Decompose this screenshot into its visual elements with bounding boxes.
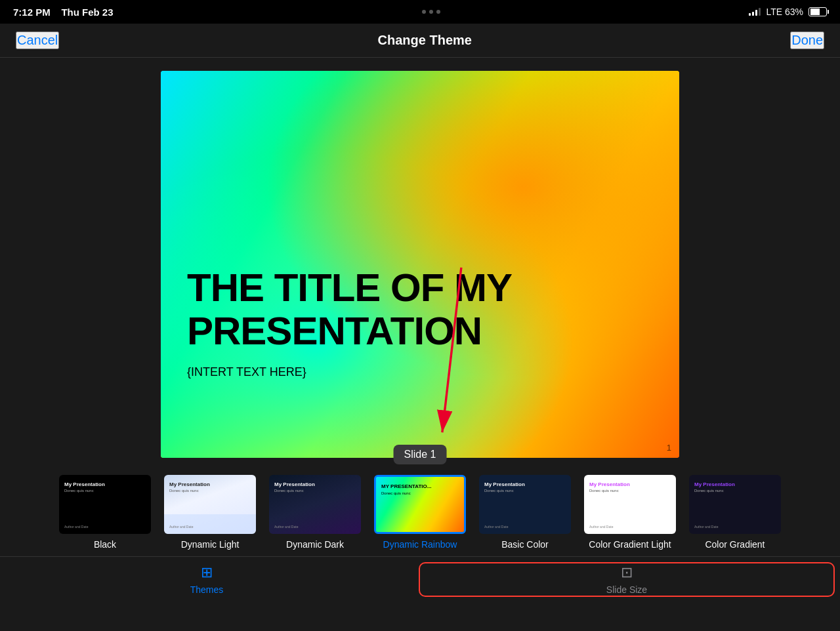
thumb-black-title: My Presentation	[64, 481, 105, 487]
slide-container: THE TITLE OF MY PRESENTATION {INTERT TEX…	[161, 71, 679, 458]
theme-thumb-dynamic-light: My Presentation Donec quis nunc Author a…	[164, 475, 256, 534]
thumb-dlight-sub: Donec quis nunc	[169, 489, 199, 493]
thumb-ddark-author: Author and Date	[274, 525, 298, 529]
signal-bar-2	[752, 12, 754, 16]
cancel-button[interactable]: Cancel	[16, 31, 59, 49]
thumb-cglight-sub: Donec quis nunc	[589, 489, 619, 493]
thumb-cglight-title: My Presentation	[589, 481, 630, 487]
nav-bar: Cancel Change Theme Done	[0, 24, 840, 58]
slide-preview[interactable]: THE TITLE OF MY PRESENTATION {INTERT TEX…	[161, 71, 679, 458]
theme-thumb-dynamic-rainbow: MY PRESENTATIO... Donec quis nunc	[374, 475, 466, 534]
slide-page-number: 1	[667, 443, 671, 453]
dot-1	[422, 10, 426, 14]
theme-item-color-gradient[interactable]: My Presentation Donec quis nunc Author a…	[682, 475, 788, 550]
thumb-bcolor-title: My Presentation	[484, 481, 525, 487]
done-button[interactable]: Done	[790, 31, 824, 49]
battery-icon	[808, 7, 827, 16]
status-time-date: 7:12 PM Thu Feb 23	[13, 7, 114, 18]
theme-name-black: Black	[94, 539, 116, 550]
thumb-cglight-author: Author and Date	[589, 525, 613, 529]
theme-name-color-gradient-light: Color Gradient Light	[589, 539, 671, 550]
slide-size-icon: ⊡	[621, 564, 633, 581]
tab-slide-size[interactable]: ⊡ Slide Size	[419, 562, 835, 597]
theme-thumb-dynamic-dark: My Presentation Donec quis nunc Author a…	[269, 475, 361, 534]
theme-name-dynamic-light: Dynamic Light	[181, 539, 240, 550]
theme-item-basic-color[interactable]: My Presentation Donec quis nunc Author a…	[472, 475, 578, 550]
signal-bar-3	[755, 10, 757, 16]
thumb-cg-author: Author and Date	[694, 525, 718, 529]
status-right: LTE 63%	[749, 7, 827, 17]
thumb-bcolor-sub: Donec quis nunc	[484, 489, 514, 493]
theme-thumb-color-gradient: My Presentation Donec quis nunc Author a…	[689, 475, 781, 534]
thumb-dlight-author: Author and Date	[169, 525, 193, 529]
theme-thumb-basic-color: My Presentation Donec quis nunc Author a…	[479, 475, 571, 534]
main-preview-area: THE TITLE OF MY PRESENTATION {INTERT TEX…	[0, 58, 840, 464]
thumb-dlight-title: My Presentation	[169, 481, 210, 487]
thumb-cg-title: My Presentation	[694, 481, 735, 487]
theme-item-dynamic-dark[interactable]: My Presentation Donec quis nunc Author a…	[262, 475, 368, 550]
dot-2	[429, 10, 433, 14]
theme-name-basic-color: Basic Color	[501, 539, 549, 550]
themes-tab-label: Themes	[190, 584, 224, 595]
thumb-ddark-title: My Presentation	[274, 481, 315, 487]
lte-label: LTE 63%	[766, 7, 803, 17]
theme-item-black[interactable]: My Presentation Donec quis nunc Author a…	[52, 475, 158, 550]
themes-strip: My Presentation Donec quis nunc Author a…	[0, 464, 840, 556]
theme-thumb-color-gradient-light: My Presentation Donec quis nunc Author a…	[584, 475, 676, 534]
signal-bar-4	[759, 8, 761, 16]
theme-thumb-black: My Presentation Donec quis nunc Author a…	[59, 475, 151, 534]
thumb-ddark-sub: Donec quis nunc	[274, 489, 304, 493]
slide-label: Slide 1	[394, 445, 447, 464]
page-title: Change Theme	[378, 33, 472, 48]
status-bar: 7:12 PM Thu Feb 23 LTE 63%	[0, 0, 840, 24]
theme-item-color-gradient-light[interactable]: My Presentation Donec quis nunc Author a…	[578, 475, 682, 550]
tab-themes[interactable]: ⊞ Themes	[0, 557, 413, 602]
thumb-bcolor-author: Author and Date	[484, 525, 508, 529]
status-time: 7:12 PM	[13, 7, 51, 18]
thumb-rainbow-sub: Donec quis nunc	[381, 491, 411, 495]
slide-title: THE TITLE OF MY PRESENTATION	[187, 266, 679, 353]
status-date: Thu Feb 23	[61, 7, 113, 18]
theme-name-dynamic-dark: Dynamic Dark	[286, 539, 344, 550]
thumb-black-sub: Donec quis nunc	[64, 489, 94, 493]
theme-item-dynamic-light[interactable]: My Presentation Donec quis nunc Author a…	[158, 475, 262, 550]
slide-background	[161, 71, 679, 458]
slide-subtitle: {INTERT TEXT HERE}	[187, 365, 306, 379]
signal-bars	[749, 8, 761, 16]
thumb-rainbow-title: MY PRESENTATIO...	[381, 483, 431, 489]
thumb-black-author: Author and Date	[64, 525, 88, 529]
signal-bar-1	[749, 13, 751, 16]
status-center-dots	[422, 10, 440, 14]
tab-bar: ⊞ Themes ⊡ Slide Size	[0, 556, 840, 602]
theme-name-dynamic-rainbow: Dynamic Rainbow	[383, 539, 457, 550]
slide-size-tab-label: Slide Size	[606, 584, 647, 595]
theme-name-color-gradient: Color Gradient	[705, 539, 765, 550]
battery-fill	[810, 9, 820, 15]
theme-item-dynamic-rainbow[interactable]: MY PRESENTATIO... Donec quis nunc Dynami…	[368, 475, 472, 550]
thumb-cg-sub: Donec quis nunc	[694, 489, 724, 493]
dot-3	[436, 10, 440, 14]
themes-icon: ⊞	[201, 564, 213, 581]
